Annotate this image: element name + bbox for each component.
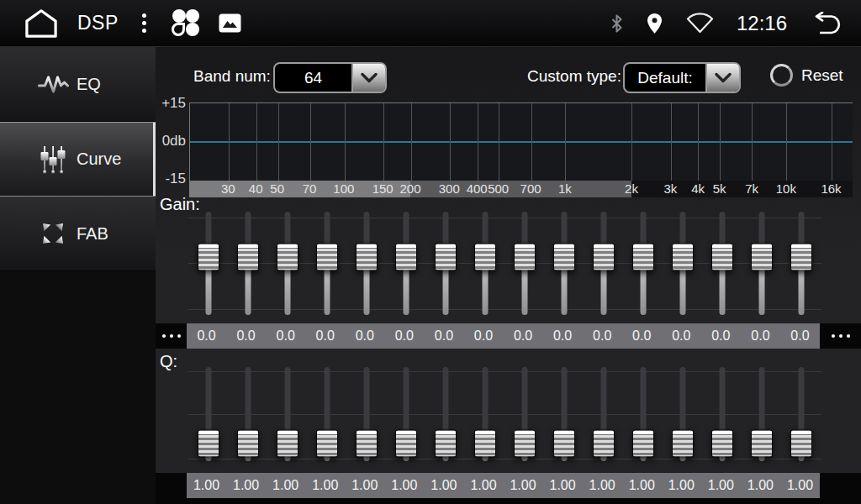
slider-knob[interactable] bbox=[356, 244, 378, 271]
gain-slider[interactable] bbox=[703, 212, 742, 315]
gain-slider[interactable] bbox=[782, 212, 821, 315]
slider-knob[interactable] bbox=[198, 429, 219, 457]
slider-knob[interactable] bbox=[790, 244, 812, 271]
gain-slider[interactable] bbox=[584, 212, 624, 315]
q-slider[interactable] bbox=[782, 367, 821, 461]
slider-knob[interactable] bbox=[237, 429, 259, 457]
slider-knob[interactable] bbox=[198, 244, 219, 271]
plot-gridline bbox=[698, 103, 699, 181]
slider-knob[interactable] bbox=[553, 429, 575, 457]
gain-value: 0.0 bbox=[543, 323, 583, 349]
gain-more-right-button[interactable] bbox=[820, 323, 861, 349]
home-icon[interactable] bbox=[22, 8, 61, 39]
sidebar-item-eq[interactable]: EQ bbox=[0, 47, 156, 122]
slider-knob[interactable] bbox=[553, 244, 575, 271]
slider-knob[interactable] bbox=[474, 244, 496, 271]
slider-knob[interactable] bbox=[593, 244, 615, 271]
q-slider[interactable] bbox=[307, 367, 346, 461]
gain-more-left-button[interactable] bbox=[156, 323, 187, 349]
q-slider[interactable] bbox=[545, 367, 584, 461]
slider-knob[interactable] bbox=[395, 244, 417, 271]
q-slider[interactable] bbox=[703, 367, 742, 461]
custom-type-dropdown[interactable]: Default: bbox=[623, 62, 741, 93]
gain-slider[interactable] bbox=[465, 212, 504, 315]
slider-knob[interactable] bbox=[356, 429, 378, 457]
plot-gridline bbox=[278, 103, 279, 181]
q-slider[interactable] bbox=[386, 367, 425, 461]
back-arrow-icon[interactable] bbox=[809, 12, 844, 35]
q-slider[interactable] bbox=[346, 367, 386, 461]
gain-slider[interactable] bbox=[307, 212, 346, 315]
slider-knob[interactable] bbox=[790, 429, 812, 457]
q-slider[interactable] bbox=[228, 367, 267, 461]
plot-gridline bbox=[499, 103, 499, 181]
slider-knob[interactable] bbox=[237, 244, 259, 271]
gain-slider[interactable] bbox=[742, 212, 782, 315]
slider-knob[interactable] bbox=[672, 244, 694, 271]
gain-slider[interactable] bbox=[346, 212, 386, 315]
overflow-menu-icon[interactable] bbox=[139, 10, 150, 36]
slider-knob[interactable] bbox=[751, 429, 773, 457]
sidebar-item-fab[interactable]: FAB bbox=[0, 197, 156, 271]
chevron-down-icon[interactable] bbox=[705, 64, 739, 92]
gain-slider[interactable] bbox=[663, 212, 703, 315]
plot-gridline bbox=[565, 103, 566, 181]
gain-slider[interactable] bbox=[545, 212, 584, 315]
q-value: 1.00 bbox=[741, 473, 780, 498]
frequency-tick-label: 30 bbox=[221, 181, 235, 197]
gain-slider[interactable] bbox=[386, 212, 425, 315]
q-slider[interactable] bbox=[663, 367, 703, 461]
gain-value: 0.0 bbox=[345, 323, 384, 349]
waveform-icon bbox=[37, 72, 69, 96]
y-axis-tick: 0db bbox=[156, 133, 186, 150]
slider-knob[interactable] bbox=[435, 244, 457, 271]
gain-slider[interactable] bbox=[425, 212, 465, 315]
gain-slider[interactable] bbox=[505, 212, 545, 315]
slider-knob[interactable] bbox=[672, 429, 694, 457]
gain-value: 0.0 bbox=[780, 323, 820, 349]
gallery-icon[interactable] bbox=[219, 13, 241, 33]
gain-value: 0.0 bbox=[662, 323, 701, 349]
q-slider[interactable] bbox=[465, 367, 504, 461]
gain-slider[interactable] bbox=[624, 212, 663, 315]
gain-value-row: 0.00.00.00.00.00.00.00.00.00.00.00.00.00… bbox=[156, 323, 861, 349]
slider-knob[interactable] bbox=[277, 244, 298, 271]
gain-slider[interactable] bbox=[267, 212, 307, 315]
slider-knob[interactable] bbox=[435, 429, 457, 457]
q-slider[interactable] bbox=[188, 367, 228, 461]
band-num-dropdown[interactable]: 64 bbox=[273, 62, 387, 93]
q-slider[interactable] bbox=[584, 367, 624, 461]
slider-knob[interactable] bbox=[514, 429, 536, 457]
plot-gridline bbox=[720, 103, 721, 181]
slider-knob[interactable] bbox=[632, 429, 654, 457]
q-slider[interactable] bbox=[425, 367, 465, 461]
slider-knob[interactable] bbox=[514, 244, 536, 271]
frequency-tick-label: 4k bbox=[691, 181, 705, 197]
sidebar-item-curve[interactable]: Curve bbox=[0, 122, 156, 197]
slider-knob[interactable] bbox=[593, 429, 615, 457]
slider-knob[interactable] bbox=[711, 244, 733, 271]
slider-knob[interactable] bbox=[632, 244, 654, 271]
plot-gridline bbox=[832, 103, 832, 181]
slider-knob[interactable] bbox=[474, 429, 496, 457]
slider-knob[interactable] bbox=[277, 429, 298, 457]
q-slider[interactable] bbox=[624, 367, 663, 461]
plot-gridline bbox=[752, 103, 753, 181]
q-slider[interactable] bbox=[505, 367, 545, 461]
slider-knob[interactable] bbox=[316, 429, 338, 457]
chevron-down-icon[interactable] bbox=[351, 64, 385, 92]
frequency-tick-label: 100 bbox=[333, 181, 354, 197]
q-slider[interactable] bbox=[267, 367, 307, 461]
clock: 12:16 bbox=[737, 12, 787, 35]
plot-gridline bbox=[531, 103, 532, 181]
slider-knob[interactable] bbox=[395, 429, 417, 457]
gain-slider[interactable] bbox=[228, 212, 267, 315]
apps-launcher-icon[interactable] bbox=[168, 7, 202, 40]
q-slider[interactable] bbox=[742, 367, 782, 461]
slider-knob[interactable] bbox=[711, 429, 733, 457]
gain-slider[interactable] bbox=[188, 212, 228, 315]
y-axis-tick: +15 bbox=[156, 95, 186, 112]
slider-knob[interactable] bbox=[751, 244, 773, 271]
reset-button[interactable]: Reset bbox=[770, 64, 843, 87]
slider-knob[interactable] bbox=[316, 244, 338, 271]
